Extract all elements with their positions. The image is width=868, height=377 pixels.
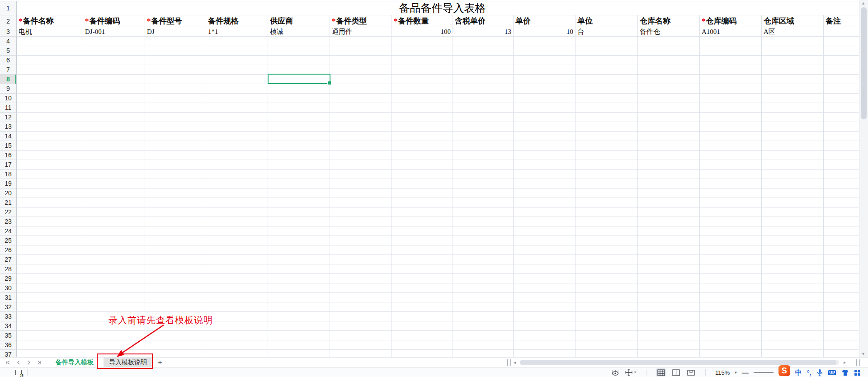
page-layout-view-button[interactable]	[671, 368, 681, 377]
cell[interactable]	[700, 170, 762, 179]
cell[interactable]	[638, 236, 700, 245]
cell[interactable]	[638, 46, 700, 56]
cell[interactable]	[453, 264, 514, 274]
cell[interactable]	[268, 245, 330, 255]
cell[interactable]	[824, 226, 859, 236]
cell[interactable]	[700, 331, 762, 340]
cell[interactable]	[514, 255, 576, 264]
zoom-level[interactable]: 115%	[715, 369, 730, 376]
pane-split-handle-right[interactable]	[856, 359, 860, 366]
cell[interactable]	[700, 37, 762, 46]
input-lang-toggle[interactable]: 中	[795, 368, 802, 377]
cell[interactable]	[514, 207, 576, 217]
cell[interactable]	[392, 103, 453, 113]
cell[interactable]	[700, 312, 762, 321]
cell[interactable]	[17, 245, 83, 255]
cell[interactable]	[576, 141, 638, 151]
row-header[interactable]: 15	[0, 141, 17, 151]
cell[interactable]	[330, 236, 392, 245]
cell[interactable]	[83, 179, 145, 188]
cell[interactable]	[145, 188, 206, 198]
cell[interactable]	[453, 122, 514, 132]
cell[interactable]	[700, 350, 762, 357]
cell[interactable]	[453, 132, 514, 141]
cell[interactable]	[206, 75, 268, 84]
column-header-cell[interactable]: 备件规格	[206, 15, 268, 27]
cell[interactable]	[83, 245, 145, 255]
cell[interactable]	[824, 236, 859, 245]
cell[interactable]	[83, 94, 145, 103]
row-header[interactable]: 12	[0, 113, 17, 122]
cell[interactable]	[392, 236, 453, 245]
cell[interactable]	[145, 113, 206, 122]
cell[interactable]	[206, 103, 268, 113]
cell[interactable]	[576, 132, 638, 141]
row-header[interactable]: 10	[0, 94, 17, 103]
cell[interactable]	[762, 37, 824, 46]
cell[interactable]	[638, 122, 700, 132]
cell[interactable]	[392, 56, 453, 65]
row-header[interactable]: 21	[0, 198, 17, 207]
cell[interactable]	[206, 245, 268, 255]
column-header-cell[interactable]: *备件名称	[17, 15, 83, 27]
cell[interactable]	[762, 141, 824, 151]
cell[interactable]	[514, 179, 576, 188]
cell[interactable]	[453, 94, 514, 103]
cell[interactable]	[268, 94, 330, 103]
column-header-cell[interactable]: 仓库名称	[638, 15, 700, 27]
cell[interactable]	[206, 207, 268, 217]
cell[interactable]	[638, 132, 700, 141]
row-header[interactable]: 26	[0, 245, 17, 255]
cell[interactable]	[392, 141, 453, 151]
cell[interactable]	[83, 65, 145, 75]
cell[interactable]	[17, 151, 83, 160]
cell[interactable]	[330, 75, 392, 84]
cell[interactable]	[268, 103, 330, 113]
cell[interactable]	[206, 255, 268, 264]
cell[interactable]	[268, 302, 330, 312]
cell[interactable]	[206, 198, 268, 207]
cell[interactable]	[638, 65, 700, 75]
cell[interactable]	[145, 65, 206, 75]
cell[interactable]	[700, 65, 762, 75]
cell[interactable]	[392, 321, 453, 331]
cell[interactable]	[83, 132, 145, 141]
cell[interactable]	[145, 103, 206, 113]
cell[interactable]	[824, 198, 859, 207]
cell[interactable]	[330, 217, 392, 226]
data-cell[interactable]: 10	[514, 27, 576, 37]
cell[interactable]	[206, 179, 268, 188]
cell[interactable]	[392, 113, 453, 122]
cell[interactable]	[268, 226, 330, 236]
cell[interactable]	[268, 37, 330, 46]
cell[interactable]	[330, 94, 392, 103]
column-header-cell[interactable]: 备注	[824, 15, 859, 27]
cell[interactable]	[638, 217, 700, 226]
cell[interactable]	[762, 160, 824, 170]
cell[interactable]	[17, 170, 83, 179]
cell[interactable]	[268, 264, 330, 274]
cell[interactable]	[206, 65, 268, 75]
cell[interactable]	[392, 331, 453, 340]
cell[interactable]	[17, 37, 83, 46]
cell[interactable]	[576, 160, 638, 170]
cell[interactable]	[392, 302, 453, 312]
cell[interactable]	[762, 94, 824, 103]
cell[interactable]	[514, 132, 576, 141]
cell[interactable]	[83, 56, 145, 65]
cell[interactable]	[638, 170, 700, 179]
cell[interactable]	[145, 151, 206, 160]
cell[interactable]	[17, 293, 83, 302]
row-header[interactable]: 22	[0, 207, 17, 217]
column-header-cell[interactable]: *备件数量	[392, 15, 453, 27]
cell[interactable]	[453, 302, 514, 312]
cell[interactable]	[145, 283, 206, 293]
row-header[interactable]: 31	[0, 293, 17, 302]
cell[interactable]	[453, 226, 514, 236]
cell[interactable]	[638, 207, 700, 217]
cell[interactable]	[330, 103, 392, 113]
cell[interactable]	[268, 293, 330, 302]
cell[interactable]	[83, 160, 145, 170]
cell[interactable]	[206, 264, 268, 274]
cell[interactable]	[392, 46, 453, 56]
